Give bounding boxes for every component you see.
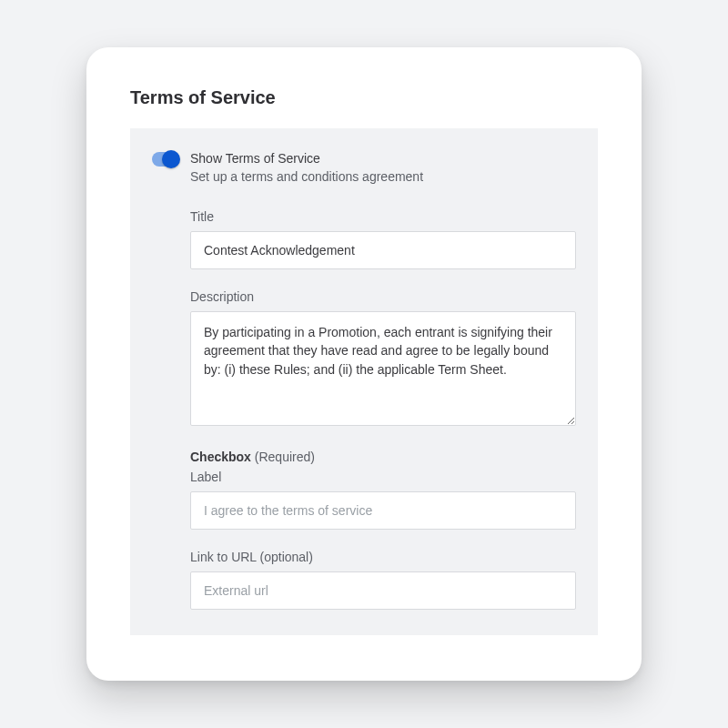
checkbox-section: Checkbox (Required) Label — [190, 450, 576, 530]
url-input[interactable] — [190, 571, 576, 610]
checkbox-heading-suffix: (Required) — [251, 450, 315, 464]
checkbox-heading: Checkbox (Required) — [190, 450, 576, 464]
toggle-text: Show Terms of Service Set up a terms and… — [190, 150, 423, 186]
title-label: Title — [190, 209, 576, 224]
settings-card: Terms of Service Show Terms of Service S… — [86, 47, 642, 681]
toggle-description: Set up a terms and conditions agreement — [190, 168, 423, 187]
checkbox-label-label: Label — [190, 470, 576, 484]
description-label: Description — [190, 289, 576, 304]
toggle-label: Show Terms of Service — [190, 150, 423, 168]
title-input[interactable] — [190, 231, 576, 269]
url-field: Link to URL (optional) — [190, 550, 576, 610]
checkbox-heading-bold: Checkbox — [190, 450, 251, 464]
terms-panel: Show Terms of Service Set up a terms and… — [130, 128, 598, 635]
title-field: Title — [190, 209, 576, 269]
description-field: Description — [190, 289, 576, 430]
description-input[interactable] — [190, 311, 576, 426]
checkbox-label-input[interactable] — [190, 491, 576, 530]
form-area: Title Description Checkbox (Required) La… — [190, 209, 576, 610]
card-title: Terms of Service — [130, 87, 598, 108]
toggle-knob-icon — [162, 150, 180, 168]
url-label: Link to URL (optional) — [190, 550, 576, 564]
show-terms-toggle[interactable] — [152, 152, 179, 167]
toggle-row: Show Terms of Service Set up a terms and… — [152, 150, 576, 186]
